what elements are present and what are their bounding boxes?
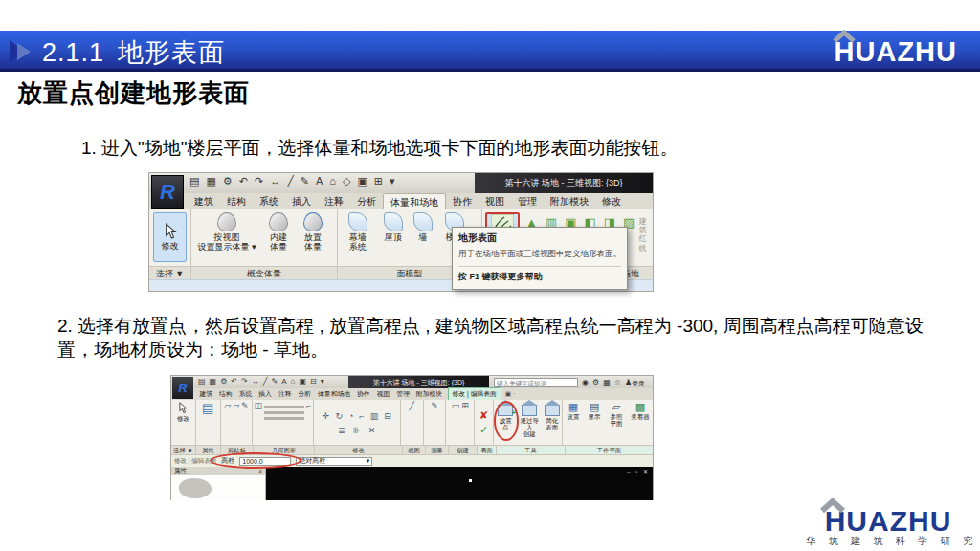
toolbar-icon[interactable]: ▤ <box>189 176 199 187</box>
drawing-viewport[interactable]: ‒ ▫ ✕ <box>266 467 653 500</box>
modify-button[interactable]: 修改 <box>153 212 187 262</box>
ribbon-tab[interactable]: 分析 <box>350 193 383 209</box>
toolbar-icon[interactable]: ↷ <box>255 176 263 187</box>
curtain-system-button[interactable]: 幕墙 系统 <box>339 211 377 253</box>
search-input[interactable] <box>494 378 578 387</box>
ribbon-tab[interactable]: 附加模块 <box>412 388 445 400</box>
toolbar-icon[interactable]: ▤ <box>198 378 206 386</box>
ribbon-tab[interactable]: 分析 <box>295 388 315 400</box>
set-workplane-button[interactable]: ▦ 设置 <box>564 402 583 420</box>
show-mass-button[interactable]: 按视图 设置显示体量 ▾ <box>192 211 261 253</box>
place-point-button[interactable]: + 放置 点 <box>495 402 516 430</box>
toolbar-icon[interactable]: ✎ <box>272 378 278 386</box>
ribbon-tab[interactable]: 注释 <box>318 193 350 209</box>
ref-plane-button[interactable]: ▱ 参照 平面 <box>606 402 627 427</box>
close-icon[interactable]: × <box>258 468 262 474</box>
ribbon-tab[interactable]: 视图 <box>373 388 393 400</box>
infocenter-icon[interactable]: ♟ <box>625 378 632 386</box>
cut-icon[interactable]: ◫ <box>255 402 263 410</box>
measure-icon[interactable]: ✎ <box>431 402 438 410</box>
roof-button[interactable]: 屋顶 <box>377 211 410 244</box>
group-select[interactable]: 选择 ▼ <box>149 267 191 279</box>
inplace-mass-button[interactable]: 内建 体量 <box>261 211 296 253</box>
toolbar-icon[interactable]: ▾ <box>321 378 324 386</box>
modify-button[interactable]: 修改 <box>177 402 189 422</box>
modify-tool-icon[interactable]: ≣ <box>338 427 345 435</box>
join-icon[interactable]: ⌐ <box>306 402 311 410</box>
ribbon-tab[interactable]: 修改 <box>595 193 628 209</box>
quick-access-toolbar[interactable]: ▤▦⚙↶↷↔╱✎A⌂◇▣⊞▾ <box>189 176 395 187</box>
elevation-input[interactable]: 1000.0 <box>239 457 291 466</box>
toolbar-icon[interactable]: ↶ <box>239 176 248 187</box>
modify-tool-icon[interactable]: ⌐ <box>359 412 364 421</box>
elevation-type-select[interactable]: 绝对高程 ▾ <box>296 457 372 466</box>
group-select[interactable]: 选择 ▼ <box>171 446 196 454</box>
modify-tool-icon[interactable]: ⊟ <box>384 412 391 421</box>
toolbar-icon[interactable]: ▦ <box>206 176 215 187</box>
tab-overflow-icon[interactable]: ▣ · <box>501 389 520 399</box>
ribbon-tab[interactable]: 结构 <box>216 388 236 400</box>
ribbon-tab[interactable]: 管理 <box>393 388 413 400</box>
ribbon-tab[interactable]: 管理 <box>511 193 544 209</box>
toolbar-icon[interactable]: ⚙ <box>220 378 227 386</box>
infocenter-icon[interactable]: ☆ <box>614 378 621 386</box>
toolbar-icon[interactable]: ⊞ <box>374 176 383 187</box>
toolbar-icon[interactable]: ▣ <box>357 176 367 187</box>
ribbon-tab[interactable]: 协作 <box>446 193 479 209</box>
toolbar-icon[interactable]: ↔ <box>252 378 259 386</box>
create-from-import-button[interactable]: 通过导入 创建 <box>518 402 541 437</box>
match-icon[interactable]: ✎ <box>241 402 249 410</box>
revit-app-button[interactable]: R <box>151 175 184 209</box>
modify-tool-icon[interactable]: ✕ <box>368 427 376 435</box>
infocenter-icon[interactable]: ▦ <box>603 378 611 386</box>
toolbar-icon[interactable]: ⊟ <box>310 378 317 386</box>
toolbar-icon[interactable]: ⌂ <box>291 378 296 386</box>
modify-tool-icon[interactable]: ↻ <box>335 412 343 421</box>
toolbar-icon[interactable]: ↶ <box>231 378 237 386</box>
ribbon-tab[interactable]: 协作 <box>354 388 374 400</box>
ribbon-tab[interactable]: 系统 <box>253 193 285 209</box>
modify-tool-icon[interactable]: ▥ <box>370 412 379 421</box>
ribbon-tabs[interactable]: 建筑结构系统插入注释分析体量和场地协作视图管理附加模块修改 <box>188 193 628 209</box>
modify-tool-icon[interactable]: ⊪ <box>353 427 361 435</box>
toolbar-icon[interactable]: ╱ <box>263 378 268 386</box>
finish-surface-icon[interactable]: ✓ <box>479 425 488 435</box>
login-button[interactable]: 登录 <box>632 379 645 388</box>
ribbon-tab[interactable]: 结构 <box>220 193 253 209</box>
modify-tool-icon[interactable]: ✛ <box>323 412 330 421</box>
toolbar-icon[interactable]: ↷ <box>241 378 248 386</box>
ribbon-tab[interactable]: 视图 <box>479 193 511 209</box>
context-tab-edit-surface[interactable]: 修改 | 编辑表面 <box>448 387 501 401</box>
infocenter-icon[interactable]: ⚙ <box>592 378 599 386</box>
toolbar-icon[interactable]: ✎ <box>301 176 309 187</box>
wall-button[interactable]: 墙 <box>410 211 436 244</box>
place-mass-button[interactable]: 放置 体量 <box>296 211 330 253</box>
ribbon-tab[interactable]: 附加模块 <box>544 193 595 209</box>
toolbar-icon[interactable]: ▾ <box>390 176 395 187</box>
view-icon[interactable]: ╱ <box>410 402 414 410</box>
ribbon-tab[interactable]: 体量和场地 <box>315 388 354 400</box>
copy-icon[interactable]: ▱ <box>233 402 239 410</box>
toolbar-icon[interactable]: ▣ <box>299 378 306 386</box>
ribbon-tab[interactable]: 建筑 <box>196 388 216 400</box>
infocenter-icon[interactable]: ◉ <box>582 378 589 386</box>
ribbon-tab[interactable]: 注释 <box>275 388 295 400</box>
infocenter-icons[interactable]: ◉⚙▦☆♟ <box>582 378 632 386</box>
create-icon[interactable]: ⊞ <box>461 402 469 410</box>
simplify-surface-button[interactable]: 简化 表面 <box>543 402 561 430</box>
ribbon-tab[interactable]: 建筑 <box>188 193 220 209</box>
viewer-button[interactable]: ▩ 查看器 <box>629 402 652 420</box>
paste-icon[interactable]: ▱ <box>224 402 231 410</box>
toolbar-icon[interactable]: A <box>281 378 286 386</box>
ribbon-tabs[interactable]: 建筑 结构 系统 插入 注释 分析 体量和场地 协作 视图 管理 附加模块 修改… <box>196 388 519 400</box>
toolbar-icon[interactable]: ╱ <box>287 176 294 187</box>
cancel-edit-icon[interactable]: ✘ <box>479 410 488 421</box>
ribbon-tab[interactable]: 系统 <box>235 388 256 400</box>
create-icon[interactable]: ▭ <box>452 402 460 410</box>
show-workplane-button[interactable]: ▤ 显示 <box>585 402 604 420</box>
revit-app-button[interactable]: R <box>172 377 193 399</box>
toolbar-icon[interactable]: A <box>316 176 323 187</box>
view-window-controls[interactable]: ‒ ▫ ✕ <box>627 468 650 474</box>
properties-button[interactable]: ▤ <box>202 402 213 414</box>
ribbon-tab[interactable]: 插入 <box>256 388 276 400</box>
